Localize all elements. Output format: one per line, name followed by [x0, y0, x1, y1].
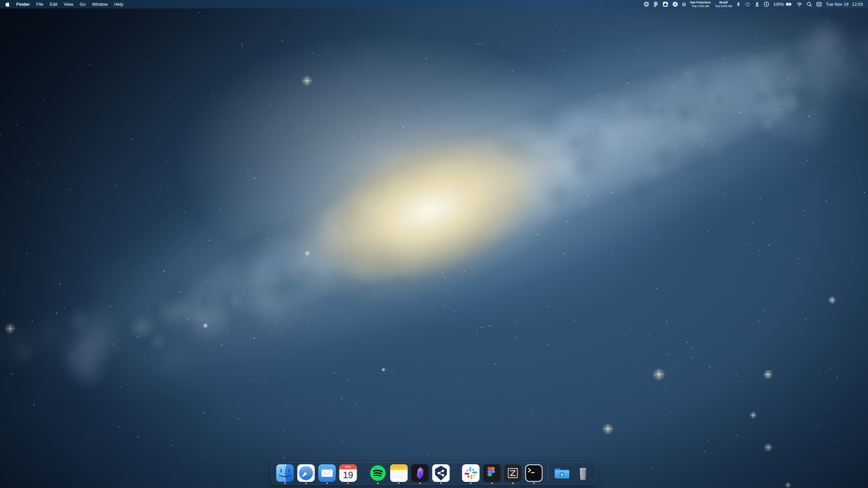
desktop-wallpaper	[0, 0, 868, 488]
running-indicator	[491, 483, 493, 484]
dock-spacer	[359, 464, 368, 482]
dock-item-mail[interactable]	[318, 464, 336, 484]
menu-item-edit[interactable]: Edit	[50, 2, 57, 7]
notes-icon	[390, 464, 408, 482]
calendar-day: 19	[339, 469, 357, 482]
wifi-status-item[interactable]	[796, 0, 803, 8]
terminal-icon	[525, 464, 543, 482]
hexagon-share-app-icon	[432, 464, 450, 482]
dock-item-safari[interactable]	[297, 464, 315, 484]
dock-item-terminal[interactable]	[525, 464, 543, 484]
control-center-status-item[interactable]	[816, 0, 822, 8]
menu-bar-left: Finder File Edit View Go Window Help	[5, 0, 123, 8]
dock-separator	[548, 465, 548, 482]
calendar-icon: NOV 19	[339, 464, 357, 482]
menu-item-help[interactable]: Help	[114, 2, 123, 7]
menu-bar-date: Tue Nov 19	[826, 2, 849, 7]
menu-bar-time: 12:03	[852, 2, 863, 7]
zed-icon	[504, 464, 522, 482]
dock-item-trash[interactable]	[574, 464, 592, 484]
world-clock-brazil[interactable]: Brazil Tue 8:03 AM	[715, 1, 732, 7]
world-clock-san-francisco[interactable]: San Francisco Tue 4:03 AM	[690, 1, 711, 7]
apple-icon	[5, 1, 10, 7]
finder-icon	[276, 464, 294, 482]
battery-charging-icon	[786, 1, 792, 7]
dock-item-hexagon-share-app[interactable]	[432, 464, 450, 484]
dots-arc-icon	[745, 1, 751, 7]
running-indicator	[348, 483, 349, 484]
menu-item-finder[interactable]: Finder	[16, 2, 30, 7]
menu-item-file[interactable]: File	[36, 2, 43, 7]
search-icon	[807, 1, 812, 7]
now-playing-status-item[interactable]	[764, 0, 769, 8]
menu-bar: Finder File Edit View Go Window Help	[0, 0, 868, 8]
menu-item-go[interactable]: Go	[80, 2, 85, 7]
hexagon-share-icon	[672, 1, 678, 7]
menu-item-view[interactable]: View	[64, 2, 73, 7]
now-playing-icon	[764, 1, 769, 7]
trash-icon	[574, 464, 592, 482]
dock-item-zed[interactable]	[504, 464, 522, 484]
figma-icon	[483, 464, 501, 482]
running-indicator	[470, 483, 472, 484]
running-indicator	[440, 483, 442, 484]
starburst-icon	[644, 1, 649, 7]
apple-menu[interactable]	[5, 0, 10, 8]
mail-icon	[318, 464, 336, 482]
running-indicator	[327, 483, 328, 484]
spotify-icon	[369, 464, 387, 482]
world-clock-time: Tue 4:03 AM	[692, 4, 709, 8]
calendar-month: NOV	[339, 464, 357, 469]
dock-spacer	[452, 464, 460, 482]
g-icon: G	[682, 2, 686, 7]
running-indicator	[419, 483, 421, 484]
wifi-icon	[796, 1, 803, 7]
dock-item-finder[interactable]	[276, 464, 294, 484]
bluetooth-status-item[interactable]	[736, 0, 741, 8]
obsidian-icon	[411, 464, 429, 482]
dock-item-obsidian[interactable]	[411, 464, 429, 484]
menu-bar-clock[interactable]: Tue Nov 19 12:03	[826, 2, 863, 7]
dock-item-calendar[interactable]: NOV 19	[339, 464, 357, 484]
dots-arc-status-item[interactable]	[745, 0, 751, 8]
spotlight-status-item[interactable]	[807, 0, 812, 8]
running-indicator	[533, 483, 535, 484]
menu-item-window[interactable]: Window	[92, 2, 107, 7]
world-clock-city: San Francisco	[690, 1, 711, 4]
running-indicator	[377, 483, 379, 484]
triangle-app-icon	[663, 1, 668, 7]
running-indicator	[305, 483, 307, 484]
menu-bar-status: G San Francisco Tue 4:03 AM Brazil Tue 8…	[644, 0, 863, 8]
g-app-status-item[interactable]: G	[682, 0, 686, 8]
hexagon-share-status-item[interactable]	[672, 0, 678, 8]
control-center-icon	[816, 1, 822, 7]
dock: NOV 19	[272, 462, 597, 485]
world-clock-city: Brazil	[719, 1, 728, 4]
dock-item-notes[interactable]	[390, 464, 408, 484]
running-indicator	[284, 483, 286, 484]
dock-item-downloads[interactable]	[553, 464, 571, 484]
dock-background: NOV 19	[272, 462, 597, 485]
dock-item-slack[interactable]	[462, 464, 480, 484]
pill-bottle-icon	[755, 1, 760, 7]
battery-percent: 100%	[773, 2, 784, 7]
dock-item-spotify[interactable]	[369, 464, 387, 484]
dock-item-figma[interactable]	[483, 464, 501, 484]
bluetooth-icon	[736, 1, 741, 7]
triangle-app-status-item[interactable]	[663, 0, 668, 8]
pill-bottle-status-item[interactable]	[755, 0, 760, 8]
figma-icon	[653, 1, 658, 7]
downloads-folder-icon	[553, 464, 571, 482]
figma-status-item[interactable]	[653, 0, 658, 8]
running-indicator	[398, 483, 400, 484]
slack-icon	[462, 464, 480, 482]
battery-status-item[interactable]: 100%	[773, 1, 792, 7]
world-clock-time: Tue 8:03 AM	[715, 4, 732, 8]
wallpaper-vignette	[0, 0, 868, 488]
safari-icon	[297, 464, 315, 482]
running-indicator	[512, 483, 514, 484]
starburst-status-item[interactable]	[644, 0, 649, 8]
